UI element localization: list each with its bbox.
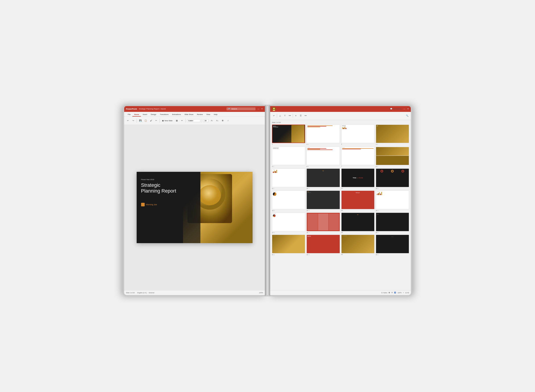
slide-thumb-container-21: Coffee Trends 21 ☆	[272, 235, 305, 255]
thumb-number-10: 10 ☆	[306, 188, 340, 189]
notes-button[interactable]: 🗒 Notes	[381, 292, 387, 294]
bold-button[interactable]: B	[221, 119, 225, 123]
slide-thumbnail-7[interactable]: Sustainability	[341, 146, 375, 165]
right-undo-button[interactable]: ↩	[272, 114, 276, 118]
slide-thumbnail-19[interactable]: 2017	[341, 213, 375, 231]
slide-thumbnail-20[interactable]: Final Notes Summary	[376, 213, 409, 231]
right-toolbar: ↩ △ T ••• ≡ ☰ ••• 🔍	[270, 112, 411, 120]
tab-transitions[interactable]: Transitions	[158, 113, 170, 117]
align-button[interactable]: ≡	[294, 114, 298, 118]
thumb-number-16: 16 ☆	[376, 210, 409, 211]
thumb-inner-12	[376, 169, 409, 187]
share-button[interactable]: ↗ Share	[382, 108, 388, 110]
slide-thumbnail-10[interactable]: 50% Coffee	[306, 168, 340, 187]
thumb-number-17: 17 ☆	[272, 232, 305, 233]
thumb-20-text: Summary	[377, 214, 408, 215]
tab-help[interactable]: Help	[212, 113, 219, 117]
font-size-input[interactable]: 18	[203, 119, 209, 122]
thumb-inner-19: 2017	[342, 213, 374, 231]
redo-button[interactable]: ↪	[131, 119, 135, 123]
slide-thumbnail-12[interactable]	[376, 168, 409, 187]
slide-thumbnail-6[interactable]: Top Trends	[306, 146, 340, 165]
comments-button[interactable]: 💬 Comments	[390, 108, 401, 110]
tab-slideshow[interactable]: Slide Show	[183, 113, 195, 117]
cut-button[interactable]: ✂	[154, 119, 158, 123]
paste-button[interactable]: 📋	[144, 119, 148, 123]
slide-thumbnail-15[interactable]: Morning Joe	[341, 191, 375, 209]
search-bar[interactable]: 🔍 Search	[226, 107, 255, 110]
slide-thumbnail-18[interactable]	[306, 213, 340, 231]
slide-thumbnail-16[interactable]: Year Over Year	[376, 191, 409, 209]
view-slide-button[interactable]: ⊞	[391, 292, 393, 294]
slide-thumbnail-17[interactable]: Market Share	[272, 213, 305, 231]
tab-insert[interactable]: Insert	[141, 113, 149, 117]
c3	[379, 192, 380, 195]
minimize-button[interactable]: —	[257, 108, 259, 110]
slide-thumbnail-3[interactable]: Top Trends	[341, 125, 375, 143]
toolbar: ↩ ↪ 💾 📋 🖌 ✂ ▣ New Slide ▦ ✏ Calibri	[124, 117, 265, 125]
close-button[interactable]: ✕	[261, 108, 263, 110]
slide-thumbnail-13[interactable]: Findings of 2017	[272, 191, 305, 209]
tab-file[interactable]: File	[126, 113, 132, 117]
edit-button[interactable]: ✏	[180, 119, 184, 123]
tab-design[interactable]: Design	[149, 113, 158, 117]
undo-button[interactable]: ↩	[126, 119, 130, 123]
tab-review[interactable]: Review	[195, 113, 204, 117]
slide-thumbnail-23[interactable]: 35% of Coffee Drinkers...	[341, 235, 375, 253]
more-button[interactable]: •••	[288, 114, 292, 118]
search-button[interactable]: 🔍	[405, 114, 409, 118]
slide-thumb-container-20: Final Notes Summary 20 ☆	[376, 213, 409, 233]
slide-thumbnail-21[interactable]: Coffee Trends	[272, 235, 305, 253]
font-selector[interactable]: Calibri	[187, 119, 200, 122]
slide-thumbnail-1[interactable]: StrategicPlanning Report	[272, 125, 305, 143]
zoom-in-button[interactable]: +	[403, 292, 404, 294]
slide-thumb-container-14: 38% of Coffee Drinkers 14 ☆	[306, 191, 340, 211]
layout-button[interactable]: ▦	[175, 119, 179, 123]
tab-animations[interactable]: Animations	[170, 113, 183, 117]
thumb-4-subtext: 48%	[377, 126, 408, 127]
thumb-inner-13: Findings of 2017	[272, 191, 305, 209]
false-text: FALSE	[359, 177, 363, 178]
slide-fiscal-year: Fiscal Year 2016	[141, 178, 176, 181]
slide-thumbnail-22[interactable]: Consumers Today Want more	[306, 235, 340, 253]
avatar	[272, 107, 276, 111]
text-button[interactable]: T	[283, 114, 287, 118]
slide-thumbnail-9[interactable]: Sales Data	[272, 168, 305, 187]
thumb-18-grid	[307, 214, 339, 230]
thumb-number-18: 18 ☆	[306, 232, 340, 233]
screen-right: ↗ Share 💬 Comments — ✕	[269, 105, 412, 296]
more2-button[interactable]: •••	[304, 114, 308, 118]
slide-thumbnail-11[interactable]: TRUE ★ FALSE	[341, 168, 375, 187]
slide-thumbnail-14[interactable]: 38% of Coffee Drinkers	[306, 191, 340, 209]
thumb-17-text: Market Share	[273, 214, 304, 214]
slide-thumb-container-17: Market Share 17 ☆	[272, 213, 305, 233]
slide-thumbnail-24[interactable]: Thank You	[376, 235, 409, 253]
view-normal-button[interactable]: ▦	[389, 292, 390, 294]
thumb-number-7: 7	[341, 166, 375, 167]
search-icon: 🔍	[228, 108, 230, 110]
slide-thumbnail-4[interactable]: 42% 48%	[376, 125, 409, 143]
slide-thumbnail-5[interactable]: Consumer Trends inthe Coffee Industry	[272, 146, 305, 165]
thumb-10-text: 50%	[307, 169, 339, 171]
increase-font[interactable]: A↑	[210, 119, 214, 123]
cell3	[329, 214, 339, 230]
zoom-level-right: 100%	[398, 292, 401, 294]
italic-button[interactable]: I	[226, 119, 230, 123]
accessibility-button[interactable]: ♿	[394, 292, 396, 294]
tab-view[interactable]: View	[205, 113, 212, 117]
slide-thumbnail-8[interactable]: Buy Trends	[376, 146, 409, 165]
format-painter[interactable]: 🖌	[149, 119, 153, 123]
main-slide[interactable]: Fiscal Year 2016 Strategic Planning Repo…	[137, 172, 253, 243]
device-container: PowerPoint Strategic Planning Report • S…	[0, 0, 535, 392]
new-slide-button[interactable]: ▣ New Slide	[161, 119, 174, 122]
logo-text: Morning Joe	[146, 203, 157, 206]
save-button[interactable]: 💾	[138, 119, 142, 123]
right-minimize-button[interactable]: —	[403, 108, 405, 110]
slide-thumbnail-2[interactable]	[306, 125, 340, 143]
list-button[interactable]: ☰	[299, 114, 303, 118]
shapes-button[interactable]: △	[278, 114, 282, 118]
tab-home[interactable]: Home	[132, 113, 141, 117]
thumb-10-subtext: Coffee	[307, 171, 339, 172]
decrease-font[interactable]: A↓	[215, 119, 219, 123]
right-close-button[interactable]: ✕	[407, 108, 409, 110]
